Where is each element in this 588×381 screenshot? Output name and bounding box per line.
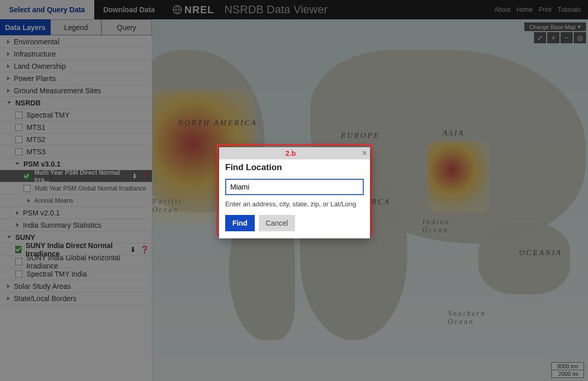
find-location-dialog: 2.b × Find Location Enter an address, ci… bbox=[219, 147, 370, 238]
find-button[interactable]: Find bbox=[225, 215, 255, 231]
dialog-hint: Enter an address, city, state, zip, or L… bbox=[225, 200, 364, 208]
cancel-button[interactable]: Cancel bbox=[259, 215, 296, 231]
annotation-label: 2.b bbox=[219, 149, 362, 157]
location-input[interactable] bbox=[225, 179, 364, 195]
dialog-title: Find Location bbox=[225, 162, 364, 173]
dialog-header: 2.b × bbox=[219, 147, 370, 159]
close-icon[interactable]: × bbox=[362, 149, 367, 158]
